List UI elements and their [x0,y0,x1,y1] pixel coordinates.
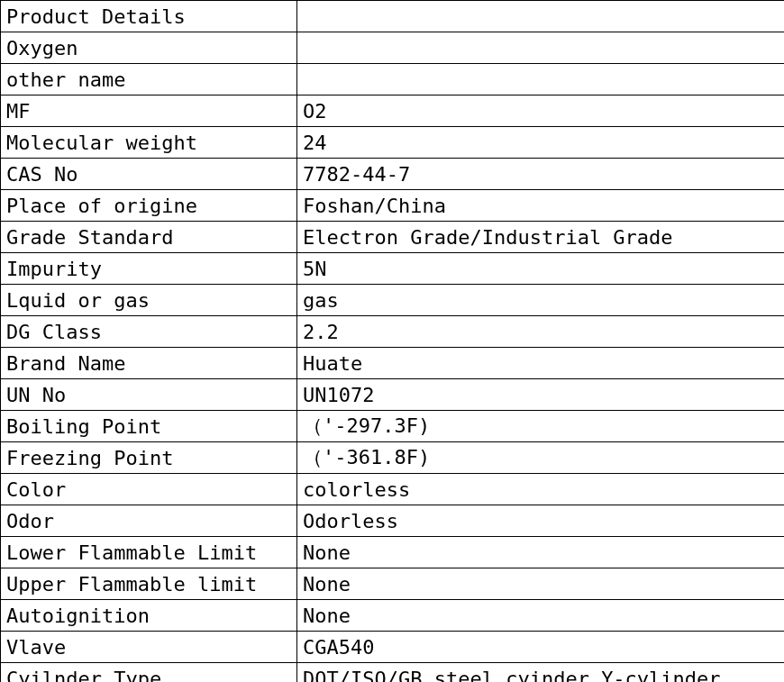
property-label: Impurity [1,253,297,285]
table-row: Boiling Point （'-297.3F) [1,411,785,442]
property-value: Electron Grade/Industrial Grade [297,222,785,253]
property-value: None [297,537,785,568]
property-label: Odor [1,505,297,537]
table-row: Color colorless [1,474,785,505]
property-value: None [297,600,785,632]
table-row: Odor Odorless [1,505,785,537]
table-row: Vlave CGA540 [1,632,785,663]
property-value [297,64,785,95]
property-value: （'-297.3F) [297,411,785,442]
table-row: Cyilnder Type DOT/ISO/GB steel cyinder Y… [1,663,785,683]
property-value: O2 [297,95,785,127]
property-value: gas [297,285,785,316]
property-value [297,32,785,64]
table-row: Oxygen [1,32,785,64]
property-value: colorless [297,474,785,505]
property-value: 5N [297,253,785,285]
property-value: 24 [297,127,785,159]
property-value: Odorless [297,505,785,537]
property-value: UN1072 [297,379,785,411]
property-label: other name [1,64,297,95]
property-label: Oxygen [1,32,297,64]
product-details-table: Product Details Oxygen other name MF O2 … [0,0,784,682]
table-row: Upper Flammable limit None [1,568,785,600]
property-value [297,1,785,32]
table-row: Product Details [1,1,785,32]
property-label: UN No [1,379,297,411]
property-label: Boiling Point [1,411,297,442]
property-value: DOT/ISO/GB steel cyinder Y-cylinder [297,663,785,683]
property-label: Brand Name [1,348,297,379]
table-row: Lquid or gas gas [1,285,785,316]
table-row: Brand Name Huate [1,348,785,379]
table-row: Autoignition None [1,600,785,632]
property-label: MF [1,95,297,127]
property-label: Vlave [1,632,297,663]
property-label: Lquid or gas [1,285,297,316]
property-value: 2.2 [297,316,785,348]
table-row: CAS No 7782-44-7 [1,159,785,190]
property-label: Cyilnder Type [1,663,297,683]
property-label: Place of origine [1,190,297,222]
property-label: CAS No [1,159,297,190]
table-row: MF O2 [1,95,785,127]
table-row: Grade Standard Electron Grade/Industrial… [1,222,785,253]
property-label: Grade Standard [1,222,297,253]
table-row: Place of origine Foshan/China [1,190,785,222]
property-label: DG Class [1,316,297,348]
property-value: Huate [297,348,785,379]
property-label: Molecular weight [1,127,297,159]
table-row: DG Class 2.2 [1,316,785,348]
table-row: other name [1,64,785,95]
property-value: None [297,568,785,600]
property-label: Color [1,474,297,505]
property-value: （'-361.8F) [297,442,785,474]
property-label: Autoignition [1,600,297,632]
property-label: Product Details [1,1,297,32]
table-row: UN No UN1072 [1,379,785,411]
property-value: CGA540 [297,632,785,663]
table-row: Impurity 5N [1,253,785,285]
table-row: Molecular weight 24 [1,127,785,159]
property-value: Foshan/China [297,190,785,222]
property-value: 7782-44-7 [297,159,785,190]
property-label: Freezing Point [1,442,297,474]
table-row: Freezing Point （'-361.8F) [1,442,785,474]
table-row: Lower Flammable Limit None [1,537,785,568]
property-label: Upper Flammable limit [1,568,297,600]
property-label: Lower Flammable Limit [1,537,297,568]
